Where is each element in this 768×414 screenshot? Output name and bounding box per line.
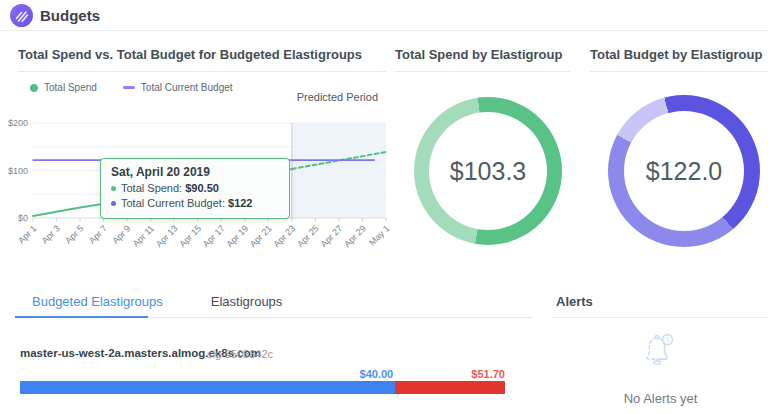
divider (590, 71, 768, 72)
x-tick-label: Apr 7 (87, 223, 109, 245)
tooltip-row: Total Current Budget: $122 (111, 196, 279, 211)
elastigroup-tabs: Budgeted ElastigroupsElastigroups (32, 294, 282, 309)
chart-legend: Total SpendTotal Current Budget (30, 82, 233, 93)
spend-amount-label: $51.70 (445, 368, 505, 380)
bar-over-budget (395, 381, 505, 394)
tab-budgeted-elastigroups[interactable]: Budgeted Elastigroups (32, 294, 163, 309)
tab-baseline (148, 317, 533, 318)
divider (553, 317, 768, 318)
spotinst-logo-icon (10, 4, 33, 27)
legend-dot-icon (30, 84, 38, 92)
total-spend-donut[interactable]: $103.3 (414, 97, 562, 245)
x-tick-label: Apr 11 (131, 223, 156, 248)
x-tick-label: Apr 5 (63, 223, 85, 245)
budgets-page: Budgets Total Spend vs. Total Budget for… (0, 0, 768, 414)
active-tab-underline (15, 316, 148, 318)
divider (18, 71, 386, 72)
x-tick-label: Apr 3 (40, 223, 62, 245)
app-header: Budgets (0, 0, 768, 31)
no-alerts-text: No Alerts yet (553, 391, 768, 406)
x-tick-label: Apr 19 (224, 223, 250, 249)
spend-vs-budget-title: Total Spend vs. Total Budget for Budgete… (18, 47, 362, 62)
alerts-title: Alerts (556, 294, 593, 309)
y-tick-label: $200 (8, 118, 28, 128)
legend-label: Total Current Budget (141, 82, 233, 93)
chart-tooltip: Sat, April 20 2019 Total Spend: $90.50To… (100, 158, 290, 219)
budget-usage-bar (20, 381, 505, 394)
legend-item[interactable]: Total Spend (30, 82, 97, 93)
tooltip-value: $122 (228, 197, 252, 209)
y-tick-label: $100 (8, 166, 28, 176)
predicted-period-label: Predicted Period (297, 91, 378, 103)
x-tick-label: Apr 13 (154, 223, 180, 249)
legend-label: Total Spend (44, 82, 97, 93)
total-spend-title: Total Spend by Elastigroup (395, 47, 562, 62)
x-tick-label: Apr 23 (271, 223, 297, 249)
donut-center: $103.3 (429, 112, 547, 230)
divider (395, 71, 570, 72)
total-budget-title: Total Budget by Elastigroup (590, 47, 762, 62)
x-tick-label: Apr 29 (342, 223, 368, 249)
tab-elastigroups[interactable]: Elastigroups (211, 294, 283, 309)
total-spend-value: $103.3 (450, 157, 526, 186)
legend-item[interactable]: Total Current Budget (123, 82, 233, 93)
tooltip-value: $90.50 (185, 182, 219, 194)
x-tick-label: Apr 15 (177, 223, 203, 249)
x-tick-label: Apr 9 (110, 223, 132, 245)
total-budget-donut[interactable]: $122.0 (608, 95, 760, 247)
x-tick-label: Apr 25 (295, 223, 321, 249)
elastigroup-sig: sig-5505342c (207, 348, 273, 360)
x-tick-label: Apr 17 (201, 223, 227, 249)
donut-center: $122.0 (624, 111, 744, 231)
page-title: Budgets (40, 0, 100, 31)
x-tick-label: Apr 1 (16, 223, 38, 245)
x-tick-label: Apr 21 (248, 223, 274, 249)
legend-dash-icon (123, 86, 135, 89)
y-tick-label: $0 (18, 213, 28, 223)
bar-within-budget (20, 381, 395, 394)
tooltip-bullet-icon (111, 186, 116, 191)
bell-icon: 1 (634, 329, 680, 375)
budget-amount-label: $40.00 (333, 368, 393, 380)
tooltip-rows: Total Spend: $90.50Total Current Budget:… (111, 181, 279, 211)
tooltip-bullet-icon (111, 201, 116, 206)
bell-badge-count: 1 (666, 336, 670, 343)
tooltip-date: Sat, April 20 2019 (111, 165, 279, 179)
x-tick-label: May 1 (367, 223, 390, 247)
x-tick-label: Apr 27 (319, 223, 345, 249)
tooltip-row: Total Spend: $90.50 (111, 181, 279, 196)
total-budget-value: $122.0 (646, 157, 722, 186)
